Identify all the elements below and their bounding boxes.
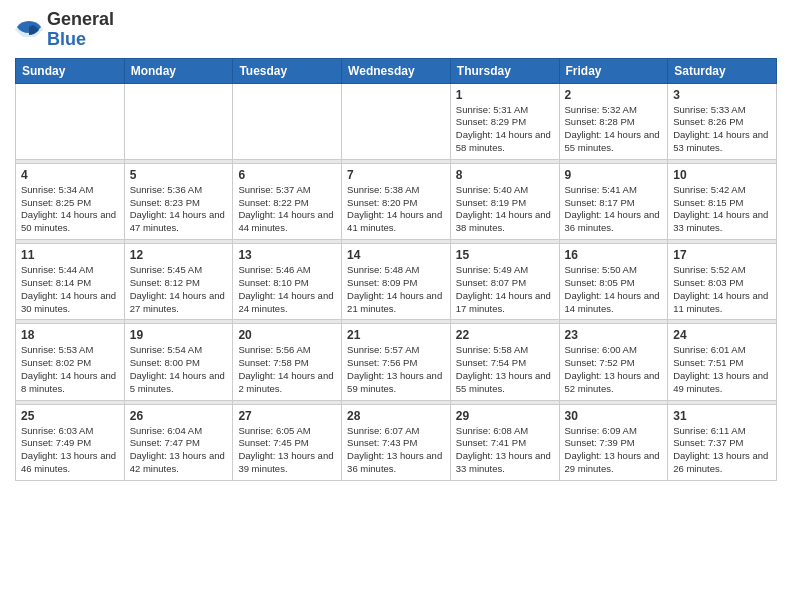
- calendar-cell: 26Sunrise: 6:04 AM Sunset: 7:47 PM Dayli…: [124, 404, 233, 480]
- calendar-cell: 10Sunrise: 5:42 AM Sunset: 8:15 PM Dayli…: [668, 163, 777, 239]
- calendar-table: SundayMondayTuesdayWednesdayThursdayFrid…: [15, 58, 777, 481]
- day-number: 14: [347, 248, 445, 262]
- day-number: 30: [565, 409, 663, 423]
- col-header-wednesday: Wednesday: [342, 58, 451, 83]
- day-number: 1: [456, 88, 554, 102]
- calendar-cell: 14Sunrise: 5:48 AM Sunset: 8:09 PM Dayli…: [342, 244, 451, 320]
- day-number: 9: [565, 168, 663, 182]
- day-info: Sunrise: 5:56 AM Sunset: 7:58 PM Dayligh…: [238, 344, 336, 395]
- day-info: Sunrise: 5:54 AM Sunset: 8:00 PM Dayligh…: [130, 344, 228, 395]
- day-info: Sunrise: 5:50 AM Sunset: 8:05 PM Dayligh…: [565, 264, 663, 315]
- calendar-cell: 23Sunrise: 6:00 AM Sunset: 7:52 PM Dayli…: [559, 324, 668, 400]
- day-number: 26: [130, 409, 228, 423]
- calendar-week-2: 4Sunrise: 5:34 AM Sunset: 8:25 PM Daylig…: [16, 163, 777, 239]
- calendar-cell: 9Sunrise: 5:41 AM Sunset: 8:17 PM Daylig…: [559, 163, 668, 239]
- day-info: Sunrise: 5:38 AM Sunset: 8:20 PM Dayligh…: [347, 184, 445, 235]
- calendar-week-3: 11Sunrise: 5:44 AM Sunset: 8:14 PM Dayli…: [16, 244, 777, 320]
- logo-line1: General: [47, 10, 114, 30]
- day-info: Sunrise: 5:44 AM Sunset: 8:14 PM Dayligh…: [21, 264, 119, 315]
- day-number: 6: [238, 168, 336, 182]
- calendar-cell: 16Sunrise: 5:50 AM Sunset: 8:05 PM Dayli…: [559, 244, 668, 320]
- day-number: 10: [673, 168, 771, 182]
- day-number: 11: [21, 248, 119, 262]
- day-info: Sunrise: 6:08 AM Sunset: 7:41 PM Dayligh…: [456, 425, 554, 476]
- day-number: 7: [347, 168, 445, 182]
- day-number: 15: [456, 248, 554, 262]
- day-number: 25: [21, 409, 119, 423]
- day-info: Sunrise: 5:37 AM Sunset: 8:22 PM Dayligh…: [238, 184, 336, 235]
- logo-icon: [15, 19, 43, 41]
- calendar-cell: [124, 83, 233, 159]
- day-info: Sunrise: 5:41 AM Sunset: 8:17 PM Dayligh…: [565, 184, 663, 235]
- calendar-cell: 5Sunrise: 5:36 AM Sunset: 8:23 PM Daylig…: [124, 163, 233, 239]
- day-info: Sunrise: 6:01 AM Sunset: 7:51 PM Dayligh…: [673, 344, 771, 395]
- day-number: 22: [456, 328, 554, 342]
- calendar-week-4: 18Sunrise: 5:53 AM Sunset: 8:02 PM Dayli…: [16, 324, 777, 400]
- day-info: Sunrise: 5:33 AM Sunset: 8:26 PM Dayligh…: [673, 104, 771, 155]
- day-info: Sunrise: 5:52 AM Sunset: 8:03 PM Dayligh…: [673, 264, 771, 315]
- day-info: Sunrise: 5:53 AM Sunset: 8:02 PM Dayligh…: [21, 344, 119, 395]
- calendar-cell: [233, 83, 342, 159]
- day-number: 12: [130, 248, 228, 262]
- col-header-sunday: Sunday: [16, 58, 125, 83]
- calendar-cell: 4Sunrise: 5:34 AM Sunset: 8:25 PM Daylig…: [16, 163, 125, 239]
- calendar-cell: 24Sunrise: 6:01 AM Sunset: 7:51 PM Dayli…: [668, 324, 777, 400]
- day-number: 29: [456, 409, 554, 423]
- calendar-cell: 19Sunrise: 5:54 AM Sunset: 8:00 PM Dayli…: [124, 324, 233, 400]
- day-info: Sunrise: 5:49 AM Sunset: 8:07 PM Dayligh…: [456, 264, 554, 315]
- day-number: 31: [673, 409, 771, 423]
- col-header-friday: Friday: [559, 58, 668, 83]
- logo: GeneralBlue: [15, 10, 114, 50]
- calendar-cell: 11Sunrise: 5:44 AM Sunset: 8:14 PM Dayli…: [16, 244, 125, 320]
- calendar-cell: 7Sunrise: 5:38 AM Sunset: 8:20 PM Daylig…: [342, 163, 451, 239]
- calendar-cell: 17Sunrise: 5:52 AM Sunset: 8:03 PM Dayli…: [668, 244, 777, 320]
- calendar-cell: 31Sunrise: 6:11 AM Sunset: 7:37 PM Dayli…: [668, 404, 777, 480]
- calendar-cell: 13Sunrise: 5:46 AM Sunset: 8:10 PM Dayli…: [233, 244, 342, 320]
- day-number: 28: [347, 409, 445, 423]
- day-number: 4: [21, 168, 119, 182]
- calendar-cell: 8Sunrise: 5:40 AM Sunset: 8:19 PM Daylig…: [450, 163, 559, 239]
- day-number: 27: [238, 409, 336, 423]
- day-number: 18: [21, 328, 119, 342]
- day-number: 13: [238, 248, 336, 262]
- calendar-week-5: 25Sunrise: 6:03 AM Sunset: 7:49 PM Dayli…: [16, 404, 777, 480]
- col-header-monday: Monday: [124, 58, 233, 83]
- day-number: 2: [565, 88, 663, 102]
- day-info: Sunrise: 5:42 AM Sunset: 8:15 PM Dayligh…: [673, 184, 771, 235]
- col-header-saturday: Saturday: [668, 58, 777, 83]
- day-info: Sunrise: 6:03 AM Sunset: 7:49 PM Dayligh…: [21, 425, 119, 476]
- calendar-header-row: SundayMondayTuesdayWednesdayThursdayFrid…: [16, 58, 777, 83]
- day-info: Sunrise: 6:00 AM Sunset: 7:52 PM Dayligh…: [565, 344, 663, 395]
- calendar-cell: 20Sunrise: 5:56 AM Sunset: 7:58 PM Dayli…: [233, 324, 342, 400]
- day-info: Sunrise: 5:36 AM Sunset: 8:23 PM Dayligh…: [130, 184, 228, 235]
- day-number: 21: [347, 328, 445, 342]
- calendar-cell: 25Sunrise: 6:03 AM Sunset: 7:49 PM Dayli…: [16, 404, 125, 480]
- day-number: 20: [238, 328, 336, 342]
- calendar-cell: [16, 83, 125, 159]
- calendar-cell: 2Sunrise: 5:32 AM Sunset: 8:28 PM Daylig…: [559, 83, 668, 159]
- day-info: Sunrise: 6:11 AM Sunset: 7:37 PM Dayligh…: [673, 425, 771, 476]
- day-info: Sunrise: 5:34 AM Sunset: 8:25 PM Dayligh…: [21, 184, 119, 235]
- calendar-cell: 1Sunrise: 5:31 AM Sunset: 8:29 PM Daylig…: [450, 83, 559, 159]
- day-info: Sunrise: 5:58 AM Sunset: 7:54 PM Dayligh…: [456, 344, 554, 395]
- calendar-cell: 22Sunrise: 5:58 AM Sunset: 7:54 PM Dayli…: [450, 324, 559, 400]
- day-info: Sunrise: 5:46 AM Sunset: 8:10 PM Dayligh…: [238, 264, 336, 315]
- day-info: Sunrise: 6:04 AM Sunset: 7:47 PM Dayligh…: [130, 425, 228, 476]
- calendar-cell: 28Sunrise: 6:07 AM Sunset: 7:43 PM Dayli…: [342, 404, 451, 480]
- page-header: GeneralBlue: [15, 10, 777, 50]
- calendar-cell: 27Sunrise: 6:05 AM Sunset: 7:45 PM Dayli…: [233, 404, 342, 480]
- day-info: Sunrise: 6:05 AM Sunset: 7:45 PM Dayligh…: [238, 425, 336, 476]
- day-number: 19: [130, 328, 228, 342]
- day-info: Sunrise: 5:31 AM Sunset: 8:29 PM Dayligh…: [456, 104, 554, 155]
- calendar-cell: 21Sunrise: 5:57 AM Sunset: 7:56 PM Dayli…: [342, 324, 451, 400]
- calendar-cell: 15Sunrise: 5:49 AM Sunset: 8:07 PM Dayli…: [450, 244, 559, 320]
- day-info: Sunrise: 5:57 AM Sunset: 7:56 PM Dayligh…: [347, 344, 445, 395]
- col-header-thursday: Thursday: [450, 58, 559, 83]
- day-info: Sunrise: 6:09 AM Sunset: 7:39 PM Dayligh…: [565, 425, 663, 476]
- logo-text: GeneralBlue: [47, 10, 114, 50]
- day-number: 16: [565, 248, 663, 262]
- day-number: 5: [130, 168, 228, 182]
- logo-line2: Blue: [47, 30, 114, 50]
- day-info: Sunrise: 5:48 AM Sunset: 8:09 PM Dayligh…: [347, 264, 445, 315]
- calendar-cell: 30Sunrise: 6:09 AM Sunset: 7:39 PM Dayli…: [559, 404, 668, 480]
